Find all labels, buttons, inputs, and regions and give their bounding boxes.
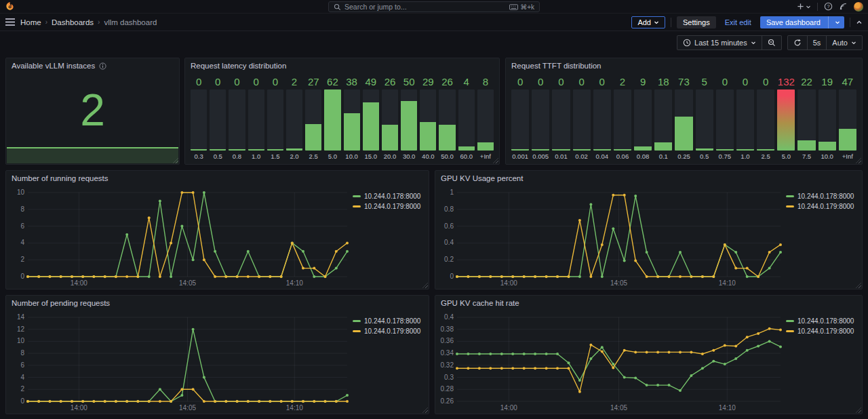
zoom-out-button[interactable] xyxy=(762,35,782,50)
panel-title[interactable]: Number of running requests xyxy=(6,171,429,186)
time-range-picker[interactable]: Last 15 minutes xyxy=(677,35,762,50)
svg-text:2: 2 xyxy=(20,256,24,263)
bar-value: 0 xyxy=(248,76,264,88)
refresh-interval-label[interactable]: 5s xyxy=(807,35,827,50)
bar-track xyxy=(736,89,754,151)
svg-text:0.36: 0.36 xyxy=(441,337,454,344)
collapse-toolbar-button[interactable] xyxy=(856,20,863,25)
add-panel-button[interactable]: Add xyxy=(631,16,665,28)
svg-text:0.4: 0.4 xyxy=(444,313,454,321)
info-icon[interactable] xyxy=(99,62,106,70)
bar: 90.08 xyxy=(634,76,652,161)
bar-category-label: 0.75 xyxy=(716,152,734,161)
bar-track xyxy=(420,89,436,151)
bar-track xyxy=(305,89,321,151)
panel-title[interactable]: Number of pending requests xyxy=(6,296,429,311)
panel-title[interactable]: GPU KV cache hit rate xyxy=(435,296,862,311)
user-avatar[interactable] xyxy=(854,2,863,12)
legend-label: 10.244.0.179:8000 xyxy=(797,203,854,210)
search-input[interactable]: Search or jump to... ⌘+k xyxy=(328,1,540,12)
panel-title[interactable]: Request TTFT distribution xyxy=(506,58,862,73)
legend-item[interactable]: 10.244.0.178:8000 xyxy=(353,193,426,200)
svg-text:0.32: 0.32 xyxy=(441,361,454,369)
add-new-button[interactable] xyxy=(797,3,811,10)
bar: 625.0 xyxy=(324,76,340,161)
legend-item[interactable]: 10.244.0.179:8000 xyxy=(786,327,859,335)
ttft-bar-gauge: 00.00100.00500.0100.0200.0420.0690.08180… xyxy=(511,76,856,161)
gpu-kv-usage-chart[interactable]: 00.20.40.60.8114:0014:0514:10 xyxy=(437,186,786,287)
bar-value: 0 xyxy=(552,76,570,88)
legend-item[interactable]: 10.244.0.179:8000 xyxy=(786,203,859,210)
bar: 3810.0 xyxy=(344,76,360,161)
bar-track xyxy=(777,89,795,151)
bar-category-label: 5.0 xyxy=(324,152,340,161)
legend-item[interactable]: 10.244.0.179:8000 xyxy=(353,203,426,210)
legend-item[interactable]: 10.244.0.178:8000 xyxy=(786,193,859,200)
save-dashboard-button[interactable]: Save dashboard xyxy=(760,16,844,28)
bar-fill xyxy=(305,124,321,151)
bar-fill xyxy=(382,125,398,151)
menu-toggle-button[interactable] xyxy=(5,18,15,26)
news-button[interactable] xyxy=(839,2,848,11)
legend-item[interactable]: 10.244.0.178:8000 xyxy=(786,317,859,325)
legend-label: 10.244.0.178:8000 xyxy=(364,317,420,325)
chevron-down-icon xyxy=(806,4,811,9)
timeseries-svg: 00.20.40.60.8114:0014:0514:10 xyxy=(437,186,786,287)
svg-text:14:10: 14:10 xyxy=(719,404,736,412)
bar: 00.001 xyxy=(511,76,529,161)
auto-refresh-picker[interactable]: Auto xyxy=(826,35,863,50)
topnav-divider xyxy=(817,3,818,11)
panel-title[interactable]: Available vLLM instaces xyxy=(6,58,179,73)
bar-fill xyxy=(248,149,264,151)
chevron-down-icon xyxy=(654,20,659,25)
bar-category-label: 0.1 xyxy=(654,152,672,161)
bar-track xyxy=(477,89,494,151)
panel-title[interactable]: Request latency distribution xyxy=(185,58,499,73)
bar-track xyxy=(267,89,283,151)
bar-track xyxy=(757,89,774,151)
bar-category-label: 5.0 xyxy=(777,152,795,161)
legend-item[interactable]: 10.244.0.178:8000 xyxy=(353,317,426,325)
breadcrumb-home[interactable]: Home xyxy=(20,18,41,26)
settings-button[interactable]: Settings xyxy=(677,16,716,28)
save-dropdown-button[interactable] xyxy=(831,20,844,25)
exit-edit-button[interactable]: Exit edit xyxy=(722,16,755,28)
bar-fill xyxy=(716,149,734,151)
bar: 460.0 xyxy=(458,76,475,161)
panel-pending-requests: Number of pending requests 0246810121414… xyxy=(5,295,429,414)
bar-fill xyxy=(286,148,302,151)
legend-label: 10.244.0.178:8000 xyxy=(797,317,854,325)
bar-value: 4 xyxy=(458,76,475,88)
bar: 47+Inf xyxy=(839,76,856,161)
bar-track xyxy=(818,89,836,151)
bar-category-label: 2.5 xyxy=(305,152,321,161)
refresh-button[interactable] xyxy=(787,35,808,50)
hamburger-icon xyxy=(5,18,15,26)
bar-category-label: 0.5 xyxy=(696,152,713,161)
svg-text:4: 4 xyxy=(20,239,24,246)
cache-hit-rate-chart[interactable]: 0.260.280.30.320.340.360.380.414:0014:05… xyxy=(437,311,786,412)
panel-request-ttft: Request TTFT distribution 00.00100.00500… xyxy=(505,58,863,165)
pending-requests-chart[interactable]: 0246810121414:0014:0514:10 xyxy=(7,311,353,412)
bar-fill xyxy=(573,149,591,151)
bar-value: 50 xyxy=(401,76,417,88)
breadcrumb-current: vllm dashboard xyxy=(104,18,157,26)
running-requests-chart[interactable]: 024681014:0014:0514:10 xyxy=(7,186,353,287)
svg-text:?: ? xyxy=(827,3,829,9)
bar-fill xyxy=(191,149,207,151)
panel-title[interactable]: GPU KV Usage percent xyxy=(435,171,862,186)
bar-fill xyxy=(267,149,283,151)
bar-fill xyxy=(324,89,340,151)
legend-item[interactable]: 10.244.0.179:8000 xyxy=(353,327,426,335)
help-button[interactable]: ? xyxy=(824,2,833,11)
shortcut-label: ⌘+k xyxy=(520,3,534,11)
bar-category-label: 30.0 xyxy=(401,152,417,161)
svg-text:0.34: 0.34 xyxy=(441,349,454,357)
grafana-logo[interactable] xyxy=(5,1,15,12)
legend-swatch xyxy=(786,195,794,197)
breadcrumb-dashboards[interactable]: Dashboards xyxy=(52,18,94,26)
svg-text:14:10: 14:10 xyxy=(719,279,736,287)
svg-text:14:05: 14:05 xyxy=(179,404,196,412)
svg-text:0.38: 0.38 xyxy=(441,325,454,333)
bar-track xyxy=(634,89,652,151)
